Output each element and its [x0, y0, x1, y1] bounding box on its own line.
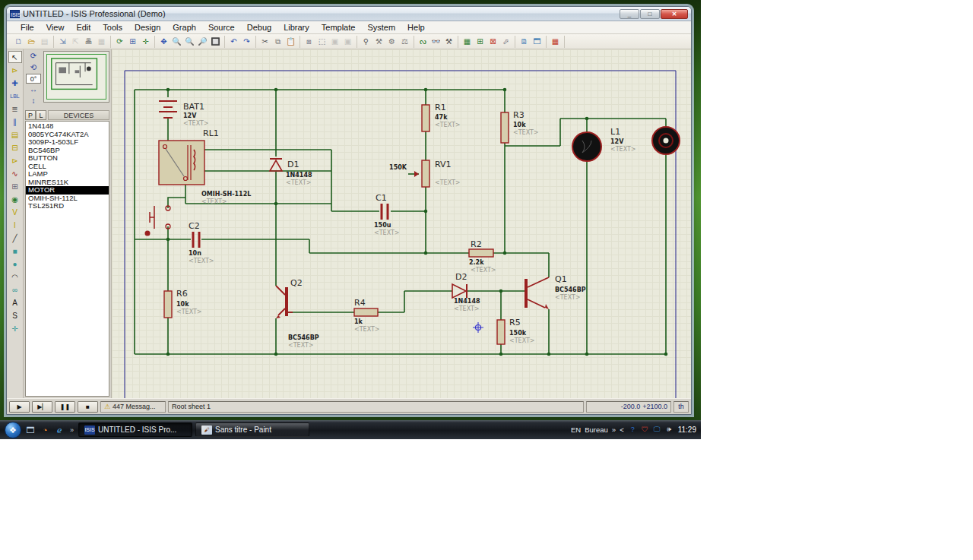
minimize-button[interactable]: _: [620, 9, 639, 19]
language-indicator[interactable]: EN: [571, 426, 581, 434]
schematic-canvas[interactable]: BAT1 12V <TEXT> RL1 OMIH-SH-112L: [112, 49, 688, 398]
2d-arc-tool[interactable]: ◠: [8, 271, 22, 283]
simulate-stop-button[interactable]: ■: [78, 401, 98, 413]
component-r6[interactable]: R6 10k <TEXT>: [164, 289, 202, 318]
voltage-probe-tool[interactable]: V: [8, 206, 22, 218]
redo-icon[interactable]: ↷: [240, 36, 253, 47]
menu-debug[interactable]: Debug: [241, 22, 277, 33]
open-file-icon[interactable]: 🗁: [25, 36, 38, 47]
component-button[interactable]: [145, 206, 171, 236]
2d-text-tool[interactable]: A: [8, 296, 22, 308]
component-d2[interactable]: D2 1N4148 <TEXT>: [452, 272, 480, 312]
component-rv1[interactable]: RV1 150K <TEXT>: [389, 160, 460, 187]
menu-template[interactable]: Template: [315, 22, 362, 33]
2d-marker-tool[interactable]: ✛: [8, 322, 22, 334]
2d-circle-tool[interactable]: ●: [8, 258, 22, 270]
subcircuit-tool[interactable]: ▤: [8, 128, 22, 141]
tape-recorder-tool[interactable]: ⊞: [8, 180, 22, 192]
rotate-cw-button[interactable]: ⟳: [27, 51, 40, 62]
cut-icon[interactable]: ✂: [258, 36, 271, 47]
copy-icon[interactable]: ⧉: [271, 36, 284, 47]
zoom-area-icon[interactable]: 🔲: [209, 36, 222, 47]
selection-tool[interactable]: ↖: [8, 51, 22, 63]
redraw-icon[interactable]: ⟳: [113, 36, 126, 47]
component-r5[interactable]: R5 150k <TEXT>: [497, 318, 535, 344]
component-q2[interactable]: Q2 BC546BP <TEXT>: [276, 278, 319, 349]
desk-band-label[interactable]: Bureau: [585, 426, 608, 434]
menu-graph[interactable]: Graph: [166, 22, 202, 33]
bus-tool[interactable]: ∥: [8, 115, 22, 128]
junction-dot-tool[interactable]: ✚: [8, 77, 22, 89]
search-tag-icon[interactable]: 👓: [429, 36, 442, 47]
undo-icon[interactable]: ↶: [227, 36, 240, 47]
start-button[interactable]: ❖: [5, 422, 21, 438]
device-item-tsl251rd[interactable]: TSL251RD: [26, 202, 109, 210]
menu-design[interactable]: Design: [128, 22, 166, 33]
2d-box-tool[interactable]: ■: [8, 245, 22, 257]
wire-label-tool[interactable]: LBL: [8, 90, 22, 102]
graph-tool[interactable]: ∿: [8, 167, 22, 179]
rotation-angle-field[interactable]: 0°: [26, 74, 41, 84]
library-button[interactable]: L: [36, 110, 46, 120]
component-c1[interactable]: C1 150u <TEXT>: [374, 193, 400, 236]
tray-collapse-arrow[interactable]: <: [620, 426, 624, 434]
rotate-ccw-button[interactable]: ⟲: [27, 62, 40, 73]
device-item-motor[interactable]: MOTOR: [26, 186, 109, 195]
component-l1-lamp[interactable]: L1 12V <TEXT>: [572, 127, 636, 161]
component-r2[interactable]: R2 2.2k <TEXT>: [469, 239, 496, 274]
close-button[interactable]: ✕: [661, 9, 688, 19]
device-item-lamp[interactable]: LAMP: [26, 170, 109, 179]
taskbar-task-paint[interactable]: 🖌Sans titre - Paint: [195, 422, 309, 437]
generator-tool[interactable]: ◉: [8, 193, 22, 205]
paste-icon[interactable]: 📋: [284, 36, 297, 47]
export-icon[interactable]: ⇱: [69, 36, 82, 47]
design-explorer-icon[interactable]: ▦: [461, 36, 474, 47]
block-rotate-icon[interactable]: ▣: [328, 36, 341, 47]
maximize-button[interactable]: □: [640, 9, 660, 19]
grid-icon[interactable]: ⊞: [126, 36, 139, 47]
current-probe-tool[interactable]: I: [8, 219, 22, 231]
block-copy-icon[interactable]: ⧈: [303, 36, 315, 47]
device-item-button[interactable]: BUTTON: [26, 154, 109, 163]
mark-area-icon[interactable]: ▦: [95, 36, 108, 47]
overview-minimap[interactable]: [43, 51, 109, 103]
component-r1[interactable]: R1 47k <TEXT>: [422, 103, 461, 131]
tray-chevron[interactable]: »: [612, 426, 616, 434]
tray-volume-icon[interactable]: 🕪: [664, 425, 674, 435]
terminal-tool[interactable]: ⊟: [8, 141, 22, 153]
menu-view[interactable]: View: [40, 22, 71, 33]
decompose-icon[interactable]: ⚖: [398, 36, 411, 47]
text-script-tool[interactable]: ≣: [8, 103, 22, 115]
internet-explorer-icon[interactable]: ℯ: [53, 424, 65, 436]
browser-orange-icon[interactable]: ◔: [39, 424, 51, 436]
simulate-step-button[interactable]: ▶▏: [32, 401, 52, 413]
simulate-pause-button[interactable]: ❚❚: [55, 401, 75, 413]
remove-sheet-icon[interactable]: ⊠: [486, 36, 499, 47]
wire-autorouter-icon[interactable]: ᔓ: [417, 36, 429, 47]
zoom-all-icon[interactable]: 🔎: [196, 36, 209, 47]
component-r4[interactable]: R4 1k <TEXT>: [354, 298, 380, 333]
tray-help-icon[interactable]: ?: [628, 425, 638, 435]
packaging-icon[interactable]: ⚙: [385, 36, 398, 47]
tray-network-icon[interactable]: 🖵: [652, 425, 662, 435]
device-item-3009p-1-503lf[interactable]: 3009P-1-503LF: [26, 138, 109, 147]
clock[interactable]: 11:29: [678, 426, 696, 434]
component-tool[interactable]: ⊳: [8, 64, 22, 76]
component-bat1[interactable]: BAT1 12V <TEXT>: [159, 101, 209, 127]
make-device-icon[interactable]: ⚒: [372, 36, 385, 47]
component-motor[interactable]: [652, 127, 680, 154]
print-icon[interactable]: 🖶: [82, 36, 95, 47]
component-q1[interactable]: Q1 BC546BP <TEXT>: [525, 274, 586, 309]
pick-device-icon[interactable]: ⚲: [360, 36, 372, 47]
message-field[interactable]: ⚠ 447 Messag...: [100, 401, 166, 413]
pan-icon[interactable]: ✥: [157, 36, 170, 47]
goto-sheet-icon[interactable]: ⬀: [499, 36, 512, 47]
save-file-icon[interactable]: ▤: [38, 36, 51, 47]
mirror-horizontal-button[interactable]: ↔: [27, 84, 40, 95]
erc-icon[interactable]: 🗔: [531, 36, 544, 47]
zoom-out-icon[interactable]: 🔍: [183, 36, 196, 47]
component-r3[interactable]: R3 10k <TEXT>: [501, 110, 539, 143]
device-pin-tool[interactable]: ⊳: [8, 154, 22, 166]
menu-help[interactable]: Help: [401, 22, 431, 33]
2d-line-tool[interactable]: ╱: [8, 232, 22, 244]
